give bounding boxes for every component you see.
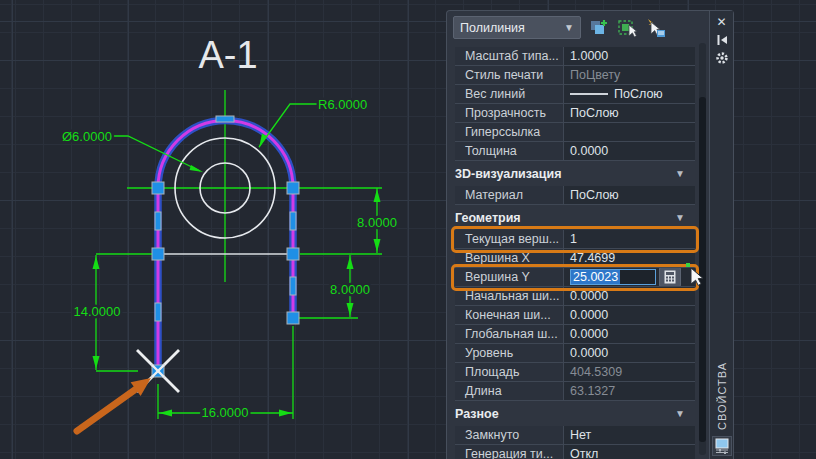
property-value-text: ПоСлою [570,104,619,122]
property-label: Генерация ти... [455,445,564,459]
property-value[interactable]: 404.5309 [564,363,695,381]
property-row: Генерация ти...Откл [455,445,695,459]
property-value[interactable]: 0.0000 [564,142,695,160]
section-header-label: Геометрия [455,209,521,227]
chevron-up-icon[interactable]: ▼ [675,209,685,227]
property-value[interactable]: Нет [564,426,695,444]
autohide-pin-icon[interactable] [714,32,730,48]
gear-icon[interactable] [714,50,730,66]
annotation-arrow [77,378,151,431]
dim-bottom[interactable]: 16.0000 [202,405,249,420]
property-value[interactable]: 1 [564,230,695,248]
property-value-text: 47.4699 [570,249,615,267]
property-value-text: ПоСлою [614,85,663,103]
midpoint-grip[interactable] [155,212,161,230]
property-row: Начальная ши...0.0000 [455,287,695,306]
grip[interactable] [287,312,299,324]
section-header[interactable]: Геометрия▼ [451,209,695,227]
midpoint-grip[interactable] [216,116,234,122]
object-selector-row: Полилиния ▼ [447,11,709,43]
property-value[interactable]: 0.0000 [564,325,695,343]
property-value[interactable] [564,123,695,141]
property-row: Масштаб типа...1.0000 [455,47,695,66]
property-label: Вес линий [455,85,564,103]
property-row: Площадь404.5309 [455,363,695,382]
property-value[interactable]: 0.0000 [564,306,695,324]
property-value[interactable]: 0.0000 [564,344,695,362]
property-label: Вершина X [455,249,564,267]
palette-titlebar: ✕ СВОЙСТВА [709,11,733,459]
property-value[interactable]: ПоСлою [564,186,695,204]
property-row: ПрозрачностьПоСлою [455,104,695,123]
toggle-pickadd-icon[interactable] [589,18,609,38]
midpoint-grip[interactable] [290,277,296,295]
properties-palette: Полилиния ▼ Масштаб типа...1.0000Стиль п… [446,10,734,459]
property-label: Длина [455,382,564,400]
dim-right-lower[interactable]: 8.0000 [330,282,370,297]
dim-right-upper[interactable]: 8.0000 [357,215,397,230]
grip[interactable] [287,182,299,194]
property-row: Вершина X47.4699 [455,249,695,268]
property-value-text: 63.1327 [570,382,615,400]
property-row: Конечная ши...0.0000 [455,306,695,325]
grip[interactable] [152,182,164,194]
selected-text: 25.0023 [571,270,620,284]
property-row: Текущая верш...1 [455,230,695,249]
grip[interactable] [152,248,164,260]
property-label: Вершина Y [455,268,564,286]
property-value[interactable]: Откл [564,445,695,459]
quick-select-icon[interactable] [617,18,637,38]
vertex-y-input[interactable]: 25.0023 [570,269,656,285]
property-value[interactable]: 1.0000 [564,47,695,65]
property-value-text: ПоЦвету [570,66,620,84]
property-value[interactable]: 0.0000 [564,287,695,305]
section-header[interactable]: 3D-визуализация▼ [451,165,695,183]
property-value-text: 1.0000 [570,47,608,65]
property-row: Толщина0.0000 [455,142,695,161]
chevron-up-icon[interactable]: ▼ [675,165,685,183]
property-row: ЗамкнутоНет [455,426,695,445]
property-label: Глобальная ш... [455,325,564,343]
palette-title: СВОЙСТВА [716,362,728,430]
palette-scrollbar[interactable] [699,43,706,455]
dim-diameter[interactable]: Ø6.0000 [62,129,112,144]
property-value[interactable]: 47.4699 [564,249,695,267]
property-label: Начальная ши... [455,287,564,305]
property-row: Гиперссылка [455,123,695,142]
grip[interactable] [287,248,299,260]
property-row: МатериалПоСлою [455,186,695,205]
property-value-text: 0.0000 [570,344,608,362]
property-value[interactable]: ПоСлою [564,85,695,103]
property-label: Масштаб типа... [455,47,564,65]
property-row: Глобальная ш...0.0000 [455,325,695,344]
property-value[interactable]: 63.1327 [564,382,695,400]
property-value-text: Нет [570,426,591,444]
view-title: А-1 [198,34,257,76]
properties-palette-icon[interactable] [712,436,732,456]
property-row: Длина63.1327 [455,382,695,401]
midpoint-grip[interactable] [155,303,161,321]
palette-content: Полилиния ▼ Масштаб типа...1.0000Стиль п… [447,11,709,459]
dimension-lines[interactable] [96,104,382,419]
close-icon[interactable]: ✕ [714,14,730,30]
lineweight-sample [570,93,608,95]
calculator-button[interactable] [659,268,681,286]
property-label: Стиль печати [455,66,564,84]
dim-radius[interactable]: R6.0000 [318,97,367,112]
chevron-up-icon[interactable]: ▼ [675,405,685,423]
property-row: Вершина Y25.0023 [455,268,695,287]
property-value-text: Откл [570,445,598,459]
property-value[interactable]: ПоЦвету [564,66,695,84]
object-type-select[interactable]: Полилиния ▼ [453,16,581,39]
select-objects-icon[interactable] [645,18,665,38]
property-value[interactable]: 25.0023 [564,268,695,286]
property-value[interactable]: ПоСлою [564,104,695,122]
property-value-text: 0.0000 [570,142,608,160]
midpoint-grip[interactable] [290,212,296,230]
dim-left[interactable]: 14.0000 [74,304,121,319]
property-label: Толщина [455,142,564,160]
section-header[interactable]: Разное▼ [451,405,695,423]
property-value-text: 0.0000 [570,306,608,324]
property-label: Гиперссылка [455,123,564,141]
section-header-label: Разное [455,405,499,423]
